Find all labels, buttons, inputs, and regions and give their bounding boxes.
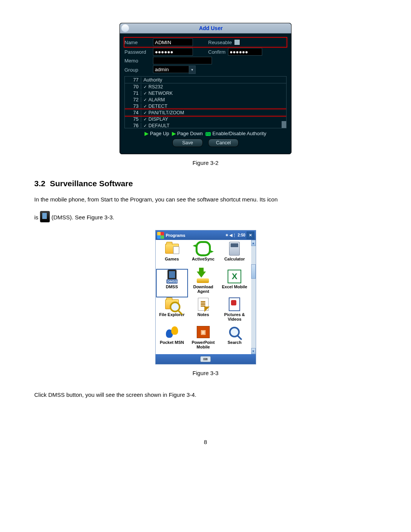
nav-hint: ▶ Page Up ▶ Page Down Fn Enable/Disable … [124, 131, 287, 136]
app-label: Pocket MSN [160, 340, 184, 345]
authority-num: 70 [125, 84, 141, 89]
scroll-down-button[interactable]: ▼ [251, 348, 256, 354]
app-dmss[interactable]: DMSSDMSS [156, 269, 188, 297]
authority-header-label: Authority [141, 77, 162, 83]
app-dl[interactable]: Download Agent [188, 269, 219, 297]
authority-num: 72 [125, 97, 141, 102]
dialog-logo-icon [121, 24, 129, 32]
app-label: Games [165, 257, 179, 261]
fn-icon: Fn [206, 132, 211, 136]
app-msn[interactable]: Pocket MSN [156, 325, 188, 353]
page-number: 8 [34, 439, 377, 445]
authority-name: PAN/TILT/ZOOM [148, 110, 184, 115]
pics-icon [227, 297, 242, 312]
memo-input[interactable] [153, 57, 212, 64]
authority-name: NETWORK [148, 91, 173, 96]
keyboard-icon[interactable] [200, 356, 211, 362]
programs-window: Programs ✶ ◀⋮ 2:50 ✕ GamesActiveSyncCalc… [155, 230, 256, 364]
dmss-icon: DMSS [164, 269, 180, 284]
figure-3-3-caption: Figure 3-3 [34, 370, 377, 376]
password-label: Password [124, 49, 153, 55]
app-search[interactable]: Search [219, 325, 250, 353]
figure-3-2-caption: Figure 3-2 [34, 160, 377, 166]
authority-scrollbar[interactable] [282, 121, 286, 128]
authority-row[interactable]: 75DISPLAY [125, 116, 286, 122]
dmss-inline-icon [40, 211, 50, 222]
group-label: Group [124, 67, 153, 73]
sync-icon [196, 241, 211, 256]
close-button[interactable]: ✕ [247, 232, 254, 239]
app-games[interactable]: Games [156, 241, 188, 269]
ppt-icon: ▣ [196, 325, 211, 339]
authority-name: DEFAULT [148, 123, 169, 128]
app-label: Pictures & Videos [219, 312, 250, 321]
volume-icon: ◀⋮ [229, 233, 236, 237]
authority-name: DETECT [148, 104, 167, 109]
app-label: ActiveSync [192, 257, 214, 261]
authority-row[interactable]: 71NETWORK [125, 90, 286, 96]
app-sync[interactable]: ActiveSync [188, 241, 219, 269]
dialog-title: Add User [131, 25, 291, 31]
add-user-dialog: Add User Name Reuseable Password Confirm… [119, 23, 292, 154]
memo-label: Memo [124, 58, 153, 64]
check-icon [143, 97, 147, 102]
save-button[interactable]: Save [172, 139, 203, 147]
password-input[interactable] [153, 48, 193, 56]
calc-icon [227, 241, 242, 256]
dl-icon [196, 269, 211, 284]
notes-icon [196, 297, 211, 312]
app-label: Download Agent [188, 284, 219, 294]
app-notes[interactable]: Notes [188, 297, 219, 325]
app-label: Excel Mobile [222, 284, 247, 289]
authority-num: 75 [125, 117, 141, 122]
app-calc[interactable]: Calculator [219, 241, 250, 269]
authority-num: 76 [125, 123, 141, 128]
authority-num: 73 [125, 104, 141, 109]
excel-icon: X [227, 269, 242, 284]
paragraph-2: Click DMSS button, you will see the scre… [34, 389, 377, 401]
authority-name: RS232 [148, 84, 163, 89]
programs-scrollbar[interactable]: ▲ ▼ [251, 240, 256, 354]
check-icon [143, 117, 147, 122]
group-dropdown-icon[interactable]: ▼ [189, 66, 196, 74]
authority-row[interactable]: 72ALARM [125, 96, 286, 103]
scroll-thumb[interactable] [251, 264, 256, 279]
authority-name: DISPLAY [148, 117, 168, 122]
reuseable-label: Reuseable [208, 40, 232, 45]
authority-num: 71 [125, 91, 141, 96]
app-label: Notes [198, 312, 209, 317]
group-select[interactable] [153, 66, 189, 73]
clock-text: 2:50 [237, 233, 245, 237]
check-icon [143, 110, 147, 115]
scroll-up-button[interactable]: ▲ [251, 240, 256, 246]
programs-titlebar: Programs ✶ ◀⋮ 2:50 ✕ [156, 230, 256, 240]
paragraph-1b: is (DMSS). See Figure 3-3. [34, 211, 377, 223]
programs-title: Programs [166, 233, 185, 238]
check-icon [143, 91, 147, 96]
authority-list: 77 Authority 70RS23271NETWORK72ALARM73DE… [124, 76, 287, 128]
fileexp-icon [164, 297, 180, 312]
authority-row[interactable]: 70RS232 [125, 83, 286, 90]
next-icon: ▶ [145, 131, 148, 136]
confirm-label: Confirm [208, 49, 226, 55]
app-fileexp[interactable]: File Explorer [156, 297, 188, 325]
msn-icon [164, 325, 180, 339]
confirm-input[interactable] [228, 48, 262, 56]
authority-row[interactable]: 76DEFAULT [125, 122, 286, 128]
authority-row[interactable]: 74PAN/TILT/ZOOM [125, 109, 286, 116]
search-icon [227, 325, 242, 339]
app-pics[interactable]: Pictures & Videos [219, 297, 250, 325]
reuseable-checkbox[interactable] [234, 39, 240, 45]
name-label: Name [124, 40, 153, 45]
start-flag-icon[interactable] [157, 232, 164, 239]
authority-row[interactable]: 73DETECT [125, 103, 286, 109]
check-icon [143, 104, 147, 109]
app-label: PowerPoint Mobile [188, 340, 219, 349]
check-icon [143, 84, 147, 89]
cancel-button[interactable]: Cancel [208, 139, 239, 147]
name-input[interactable] [153, 38, 193, 46]
paragraph-1a: In the mobile phone, from Start to the P… [34, 194, 377, 205]
app-excel[interactable]: XExcel Mobile [219, 269, 250, 297]
app-ppt[interactable]: ▣PowerPoint Mobile [188, 325, 219, 353]
app-label: Search [228, 340, 242, 345]
